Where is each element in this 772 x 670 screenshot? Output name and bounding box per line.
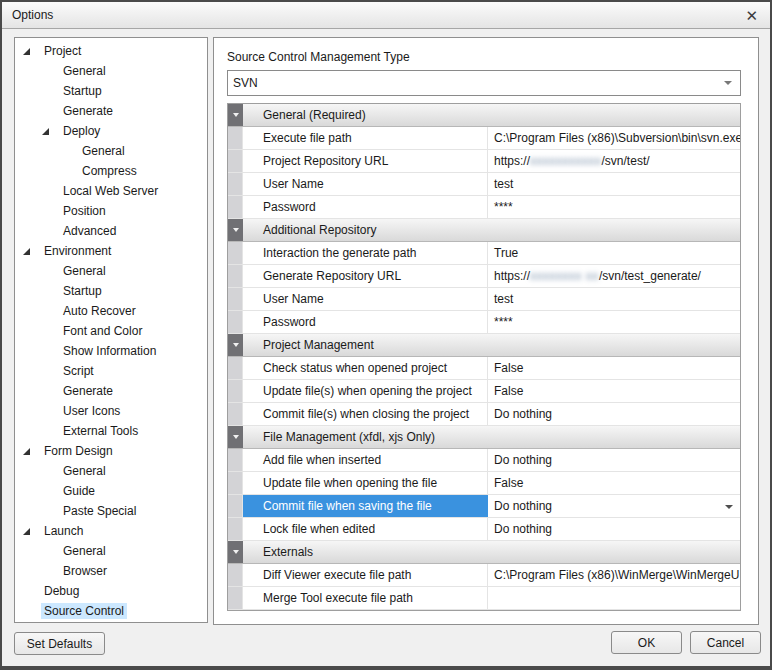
property-row-commit-file-when-saving-the-file[interactable]: Commit file when saving the fileDo nothi…: [228, 495, 740, 518]
property-label[interactable]: Commit file when saving the file: [243, 495, 488, 517]
dropdown-arrow-icon[interactable]: [725, 505, 733, 509]
tree-item-general[interactable]: General: [15, 61, 207, 81]
property-row-user-name[interactable]: User Nametest: [228, 288, 740, 311]
set-defaults-button[interactable]: Set Defaults: [14, 632, 105, 655]
property-value[interactable]: https://xxxxxxxxxxx/svn/test/: [488, 150, 740, 172]
tree-item-generate[interactable]: Generate: [15, 101, 207, 121]
property-row-interaction-the-generate-path[interactable]: Interaction the generate pathTrue: [228, 242, 740, 265]
tree-item-general[interactable]: General: [15, 461, 207, 481]
collapse-button[interactable]: [228, 219, 243, 241]
property-row-add-file-when-inserted[interactable]: Add file when insertedDo nothing: [228, 449, 740, 472]
expand-triangle-icon[interactable]: [23, 528, 30, 535]
property-value[interactable]: test: [488, 288, 740, 310]
property-value[interactable]: Do nothing: [488, 449, 740, 471]
property-value[interactable]: True: [488, 242, 740, 264]
property-label[interactable]: User Name: [243, 288, 488, 310]
tree-item-browser[interactable]: Browser: [15, 561, 207, 581]
tree-item-form-design[interactable]: Form Design: [15, 441, 207, 461]
property-value[interactable]: C:\Program Files (x86)\Subversion\bin\sv…: [488, 127, 740, 149]
property-value[interactable]: Do nothing: [488, 403, 740, 425]
property-value[interactable]: Do nothing: [488, 518, 740, 540]
tree-item-auto-recover[interactable]: Auto Recover: [15, 301, 207, 321]
expand-triangle-icon[interactable]: [23, 48, 30, 55]
property-label[interactable]: Password: [243, 311, 488, 333]
property-value[interactable]: Do nothing: [488, 495, 740, 517]
section-header-project-management[interactable]: Project Management: [228, 334, 740, 357]
tree-item-project[interactable]: Project: [15, 41, 207, 61]
collapse-button[interactable]: [228, 334, 243, 356]
collapse-button[interactable]: [228, 104, 243, 126]
property-label[interactable]: Add file when inserted: [243, 449, 488, 471]
tree-item-font-and-color[interactable]: Font and Color: [15, 321, 207, 341]
property-label[interactable]: Commit file(s) when closing the project: [243, 403, 488, 425]
tree-item-user-icons[interactable]: User Icons: [15, 401, 207, 421]
property-row-password[interactable]: Password****: [228, 196, 740, 219]
section-header-additional-repository[interactable]: Additional Repository: [228, 219, 740, 242]
tree-item-general[interactable]: General: [15, 261, 207, 281]
cancel-button[interactable]: Cancel: [690, 631, 761, 654]
property-label[interactable]: Update file when opening the file: [243, 472, 488, 494]
close-icon[interactable]: ✕: [743, 8, 760, 23]
property-row-merge-tool-execute-file-path[interactable]: Merge Tool execute file path: [228, 587, 740, 610]
tree-item-general[interactable]: General: [15, 541, 207, 561]
property-row-check-status-when-opened-project[interactable]: Check status when opened projectFalse: [228, 357, 740, 380]
property-label[interactable]: Lock file when edited: [243, 518, 488, 540]
property-row-diff-viewer-execute-file-path[interactable]: Diff Viewer execute file pathC:\Program …: [228, 564, 740, 587]
tree-item-compress[interactable]: Compress: [15, 161, 207, 181]
tree-item-startup[interactable]: Startup: [15, 81, 207, 101]
property-row-update-file-s-when-opening-the-project[interactable]: Update file(s) when opening the projectF…: [228, 380, 740, 403]
section-header-general-required[interactable]: General (Required): [228, 104, 740, 127]
property-label[interactable]: Diff Viewer execute file path: [243, 564, 488, 586]
tree-item-position[interactable]: Position: [15, 201, 207, 221]
property-label[interactable]: User Name: [243, 173, 488, 195]
property-label[interactable]: Update file(s) when opening the project: [243, 380, 488, 402]
property-row-update-file-when-opening-the-file[interactable]: Update file when opening the fileFalse: [228, 472, 740, 495]
collapse-button[interactable]: [228, 541, 243, 563]
property-label[interactable]: Interaction the generate path: [243, 242, 488, 264]
ok-button[interactable]: OK: [611, 631, 682, 654]
property-value[interactable]: False: [488, 357, 740, 379]
expand-triangle-icon[interactable]: [42, 128, 49, 135]
property-label[interactable]: Project Repository URL: [243, 150, 488, 172]
property-row-execute-file-path[interactable]: Execute file pathC:\Program Files (x86)\…: [228, 127, 740, 150]
tree-item-startup[interactable]: Startup: [15, 281, 207, 301]
tree-item-launch[interactable]: Launch: [15, 521, 207, 541]
property-value[interactable]: [488, 587, 740, 609]
property-value[interactable]: https://xxxxxxxx xx/svn/test_generate/: [488, 265, 740, 287]
tree-item-deploy[interactable]: Deploy: [15, 121, 207, 141]
tree-item-debug[interactable]: Debug: [15, 581, 207, 601]
section-header-file-management-xfdl-xjs-only[interactable]: File Management (xfdl, xjs Only): [228, 426, 740, 449]
property-value[interactable]: ****: [488, 311, 740, 333]
property-value[interactable]: C:\Program Files (x86)\WinMerge\WinMerge…: [488, 564, 740, 586]
collapse-button[interactable]: [228, 426, 243, 448]
tree-item-local-web-server[interactable]: Local Web Server: [15, 181, 207, 201]
property-value[interactable]: False: [488, 472, 740, 494]
tree-item-general[interactable]: General: [15, 141, 207, 161]
tree-item-generate[interactable]: Generate: [15, 381, 207, 401]
property-value[interactable]: test: [488, 173, 740, 195]
tree-item-guide[interactable]: Guide: [15, 481, 207, 501]
property-label[interactable]: Check status when opened project: [243, 357, 488, 379]
tree-item-show-information[interactable]: Show Information: [15, 341, 207, 361]
property-row-password[interactable]: Password****: [228, 311, 740, 334]
property-value[interactable]: ****: [488, 196, 740, 218]
property-row-commit-file-s-when-closing-the-project[interactable]: Commit file(s) when closing the projectD…: [228, 403, 740, 426]
property-value[interactable]: False: [488, 380, 740, 402]
tree-item-source-control[interactable]: Source Control: [15, 601, 207, 621]
tree-item-environment[interactable]: Environment: [15, 241, 207, 261]
property-label[interactable]: Merge Tool execute file path: [243, 587, 488, 609]
tree-item-paste-special[interactable]: Paste Special: [15, 501, 207, 521]
tree-item-script[interactable]: Script: [15, 361, 207, 381]
tree-item-advanced[interactable]: Advanced: [15, 221, 207, 241]
expand-triangle-icon[interactable]: [23, 448, 30, 455]
property-row-project-repository-url[interactable]: Project Repository URLhttps://xxxxxxxxxx…: [228, 150, 740, 173]
tree-item-external-tools[interactable]: External Tools: [15, 421, 207, 441]
expand-triangle-icon[interactable]: [23, 248, 30, 255]
section-header-externals[interactable]: Externals: [228, 541, 740, 564]
property-row-lock-file-when-edited[interactable]: Lock file when editedDo nothing: [228, 518, 740, 541]
property-label[interactable]: Generate Repository URL: [243, 265, 488, 287]
property-label[interactable]: Execute file path: [243, 127, 488, 149]
property-row-user-name[interactable]: User Nametest: [228, 173, 740, 196]
property-row-generate-repository-url[interactable]: Generate Repository URLhttps://xxxxxxxx …: [228, 265, 740, 288]
property-label[interactable]: Password: [243, 196, 488, 218]
